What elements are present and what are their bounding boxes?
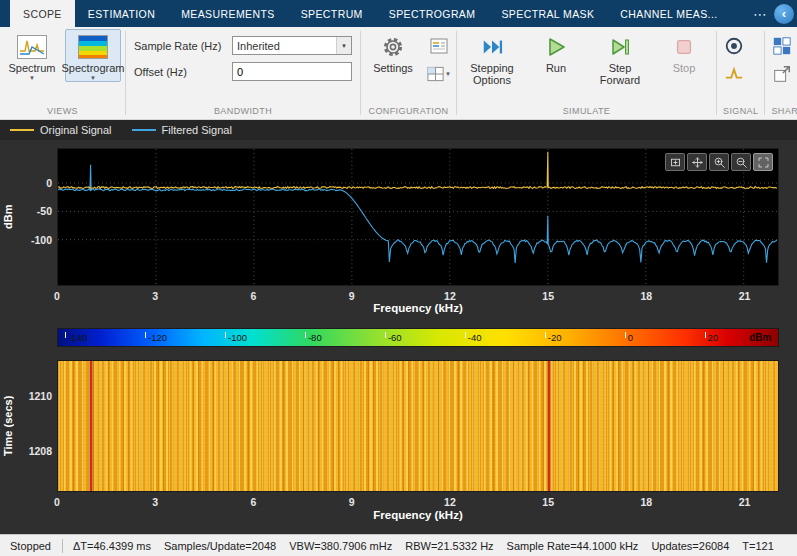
ribbon-section-configuration: Settings ▼ CONFIGURATION [361,27,456,119]
spectrogram-x-tick-label: 0 [54,496,60,508]
section-label-share: SHARE [769,104,797,119]
run-label: Run [546,62,566,74]
sample-rate-combo[interactable]: Inherited ▼ [232,36,352,55]
zoom-out-button[interactable] [731,153,751,171]
status-divider [62,539,63,553]
spectrogram-y-tick-label: 1210 [14,390,52,402]
pan-button[interactable] [687,153,707,171]
spectrogram-icon [77,33,109,61]
trigger-button[interactable] [721,62,747,86]
fit-view-icon [669,156,682,169]
legend-label: Original Signal [40,124,112,136]
colorbar-tick-label: -20 [545,331,562,344]
settings-button[interactable]: Settings [365,29,421,75]
chevron-down-icon: ▼ [445,71,451,77]
ribbon-section-views: Spectrum ▼ Spectrogram ▼ VIEWS [0,27,125,119]
zoom-in-button[interactable] [709,153,729,171]
status-state: Stopped [0,540,62,552]
record-button[interactable] [721,34,747,58]
chevron-down-icon[interactable]: ▼ [336,37,351,54]
status-bar: Stopped ΔT=46.4399 msSamples/Update=2048… [0,534,797,556]
section-label-signal: SIGNAL [721,104,760,119]
legend-toggle-button[interactable] [426,34,452,58]
colorbar-tick-label: -40 [465,331,482,344]
colorbar-tick-label: -140 [65,331,87,344]
section-label-bandwidth: BANDWIDTH [130,104,356,119]
legend-icon [430,38,448,54]
export-button[interactable] [769,62,795,86]
spectrum-x-tick-label: 9 [349,290,355,302]
record-icon [724,36,744,56]
sample-rate-label: Sample Rate (Hz) [134,40,226,52]
chevron-down-icon: ▼ [90,75,96,81]
tab-bar: SCOPEESTIMATIONMEASUREMENTSSPECTRUMSPECT… [0,0,797,27]
spectrogram-y-axis-label: Time (secs) [0,360,16,492]
zoom-out-icon [735,156,748,169]
spectrogram-x-tick-label: 12 [444,496,456,508]
tab-strip: SCOPEESTIMATIONMEASUREMENTSSPECTRUMSPECT… [10,0,731,27]
spectrum-view-button[interactable]: Spectrum ▼ [4,29,60,82]
spectrogram-plot[interactable] [57,360,779,492]
fit-view-button[interactable] [665,153,685,171]
spectrogram-x-tick-label: 18 [641,496,653,508]
ribbon-toolbar: Spectrum ▼ Spectrogram ▼ VIEWS Sample Ra… [0,27,797,120]
colorbar-tick-label: 0 [625,331,633,344]
stop-label: Stop [673,62,696,74]
spectrogram-view-button[interactable]: Spectrogram ▼ [65,29,121,82]
status-stats: ΔT=46.4399 msSamples/Update=2048VBW=380.… [73,540,774,552]
section-label-simulate: SIMULATE [461,104,712,119]
toolstrip-collapse-button[interactable]: ‹ [774,4,794,24]
spectrum-x-tick-label: 0 [54,290,60,302]
copy-display-button[interactable] [769,34,795,58]
spectrum-icon [16,33,48,61]
tab-spectrogram[interactable]: SPECTROGRAM [376,0,489,27]
spectrum-panel: dBm Frequency (kHz) 0369121518210-50-100 [0,140,797,320]
spectrogram-x-tick-label: 9 [349,496,355,508]
spectrogram-x-axis-label: Frequency (kHz) [57,509,779,521]
tab-spectrum[interactable]: SPECTRUM [288,0,376,27]
spectrogram-view-label: Spectrogram [62,62,125,74]
sample-rate-value: Inherited [237,40,336,52]
layout-button[interactable]: ▼ [426,62,452,86]
tab-estimation[interactable]: ESTIMATION [75,0,168,27]
status-stat: ΔT=46.4399 ms [73,540,151,552]
spectrum-y-tick-label: -50 [14,205,52,217]
colorbar-tick-label: -60 [385,331,402,344]
stop-button[interactable]: Stop [656,29,712,75]
spectrum-y-tick-label: 0 [14,177,52,189]
tab-channel-meas[interactable]: CHANNEL MEAS... [607,0,730,27]
tab-spectral-mask[interactable]: SPECTRAL MASK [488,0,607,27]
status-stat: VBW=380.7906 mHz [289,540,392,552]
step-forward-button[interactable]: Step Forward [589,29,651,88]
tab-overflow-button[interactable]: ⋯ [751,6,769,22]
trigger-icon [724,64,744,84]
expand-button[interactable] [753,153,773,171]
spectrum-x-axis-label: Frequency (kHz) [57,302,779,314]
legend-item[interactable]: Original Signal [10,124,112,136]
section-label-configuration: CONFIGURATION [365,104,452,119]
tab-scope[interactable]: SCOPE [10,0,75,27]
spectrum-plot[interactable] [57,148,779,286]
plot-toolbar [665,153,773,171]
zoom-in-icon [713,156,726,169]
offset-input[interactable] [232,62,352,81]
spectrogram-panel: Time (secs) Frequency (kHz) 036912151821… [0,354,797,531]
tab-measurements[interactable]: MEASUREMENTS [168,0,287,27]
colorbar-tick-label: -120 [145,331,167,344]
colorbar: -140-120-100-80-60-40-20020dBm [57,328,779,347]
status-stat: Updates=26084 [651,540,729,552]
spectrum-x-tick-label: 15 [542,290,554,302]
spectrum-x-tick-label: 6 [251,290,257,302]
ribbon-section-share: SHARE [765,27,797,119]
spectrum-y-tick-label: -100 [14,234,52,246]
run-button[interactable]: Run [528,29,584,75]
legend-item[interactable]: Filtered Signal [132,124,232,136]
status-stat: Samples/Update=2048 [164,540,276,552]
expand-icon [757,156,770,169]
section-label-views: VIEWS [4,104,121,119]
grid-icon [772,36,792,56]
stepping-options-button[interactable]: Stepping Options [461,29,523,88]
legend-line-swatch [132,129,156,131]
colorbar-tick-label: -100 [225,331,247,344]
colorbar-unit-label: dBm [749,332,771,343]
